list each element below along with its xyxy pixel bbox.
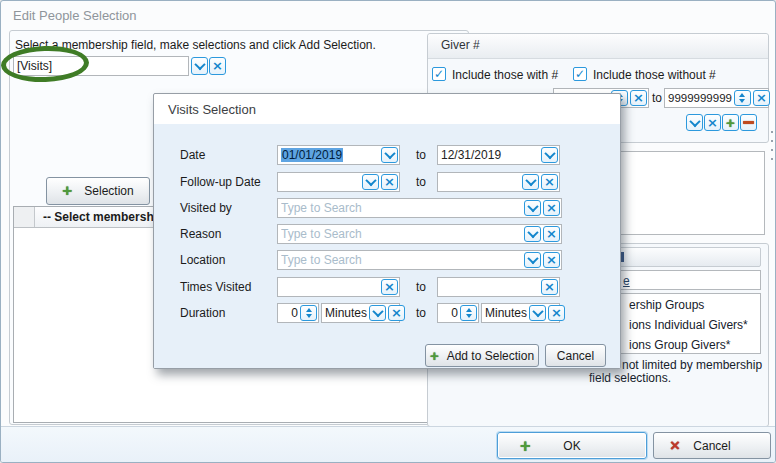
window-title: Edit People Selection — [13, 8, 137, 23]
splitter-handle[interactable] — [771, 131, 773, 160]
close-icon: × — [544, 282, 555, 292]
followup-to-field[interactable]: × — [437, 172, 560, 192]
giver-group-dropdown-button[interactable] — [686, 114, 703, 131]
duration-from-unit-dropdown[interactable] — [369, 305, 386, 321]
chevron-down-icon — [544, 148, 555, 159]
duration-to-unit-dropdown[interactable] — [529, 305, 546, 321]
duration-to-unit-field[interactable]: Minutes × — [481, 303, 560, 323]
close-icon: × — [546, 229, 557, 239]
location-label: Location — [180, 253, 225, 267]
giver-max-spinner[interactable] — [734, 90, 751, 106]
duration-to-unit-clear[interactable]: × — [548, 305, 565, 321]
times-to-field[interactable]: × — [437, 277, 560, 297]
times-from-clear[interactable]: × — [381, 279, 398, 295]
duration-to-spinner[interactable] — [460, 305, 477, 321]
reason-dropdown[interactable] — [524, 226, 541, 242]
location-clear[interactable]: × — [543, 252, 560, 268]
giver-group-clear-button[interactable]: × — [704, 114, 721, 131]
giver-group-add-button[interactable]: + — [722, 114, 739, 131]
giver-range-to-label: to — [652, 91, 662, 105]
date-to-input[interactable] — [441, 146, 539, 164]
spin-down-icon — [466, 314, 472, 318]
to-label: to — [416, 148, 426, 162]
location-field[interactable]: × — [277, 250, 562, 270]
include-without-checkbox[interactable]: ✓ — [573, 67, 587, 81]
duration-from-number[interactable]: 0 — [277, 303, 319, 323]
giver-max-clear-button[interactable]: × — [753, 90, 770, 106]
plus-icon: + — [520, 440, 531, 452]
check-icon: ✓ — [434, 68, 444, 80]
giver-group-remove-button[interactable] — [740, 114, 757, 131]
membership-field-dropdown-button[interactable] — [191, 57, 208, 75]
visited-by-input[interactable] — [281, 199, 522, 217]
visited-by-clear[interactable]: × — [543, 200, 560, 216]
option-item-1[interactable]: ership Groups — [629, 298, 704, 312]
chevron-down-icon — [525, 175, 536, 186]
close-icon: × — [384, 282, 395, 292]
date-to-field[interactable] — [437, 145, 560, 165]
spin-up-icon — [466, 308, 472, 312]
visits-selection-dialog: Visits Selection Date 01/01/2019 to Foll… — [153, 93, 621, 369]
add-selection-button[interactable]: + Selection — [46, 177, 150, 205]
minus-icon — [743, 121, 754, 124]
add-to-selection-button[interactable]: + Add to Selection — [425, 344, 539, 367]
cancel-x-icon: × — [670, 439, 680, 453]
followup-from-dropdown[interactable] — [362, 174, 379, 190]
close-icon: × — [546, 255, 557, 265]
followup-from-clear[interactable]: × — [381, 174, 398, 190]
times-to-input[interactable] — [441, 278, 539, 296]
date-from-dropdown[interactable] — [381, 147, 398, 163]
footer-cancel-button[interactable]: × Cancel — [653, 432, 771, 459]
followup-from-field[interactable]: × — [277, 172, 400, 192]
followup-to-dropdown[interactable] — [522, 174, 539, 190]
chevron-down-icon — [527, 253, 538, 264]
option-item-2[interactable]: ions Individual Givers* — [629, 318, 748, 332]
chevron-down-icon — [384, 148, 395, 159]
times-to-clear[interactable]: × — [541, 279, 558, 295]
location-dropdown[interactable] — [524, 252, 541, 268]
check-icon: ✓ — [575, 68, 585, 80]
followup-to-input[interactable] — [441, 173, 520, 191]
membership-field-clear-button[interactable]: × — [209, 57, 226, 75]
reason-field[interactable]: × — [277, 224, 562, 244]
times-from-input[interactable] — [281, 278, 379, 296]
duration-to-number[interactable]: 0 — [437, 303, 479, 323]
followup-from-input[interactable] — [281, 173, 360, 191]
duration-from-unit-field[interactable]: Minutes × — [321, 303, 400, 323]
close-icon: × — [212, 61, 223, 71]
duration-from-unit-clear[interactable]: × — [388, 305, 405, 321]
visited-by-field[interactable]: × — [277, 198, 562, 218]
duration-from-spinner[interactable] — [300, 305, 317, 321]
close-icon: × — [546, 203, 557, 213]
option-item-3[interactable]: ions Group Givers* — [629, 338, 730, 352]
giver-number-max-field[interactable]: 9999999999 × — [664, 88, 769, 108]
duration-to-value: 0 — [451, 306, 458, 320]
plus-icon: + — [62, 185, 72, 197]
date-label: Date — [180, 148, 205, 162]
giver-min-clear-button[interactable]: × — [630, 90, 647, 106]
followup-to-clear[interactable]: × — [541, 174, 558, 190]
chevron-down-icon — [532, 306, 543, 317]
times-visited-label: Times Visited — [180, 280, 251, 294]
location-input[interactable] — [281, 251, 522, 269]
footnote-line-2: field selections. — [589, 371, 671, 385]
edit-people-selection-window: Edit People Selection Select a membershi… — [0, 0, 776, 463]
reason-clear[interactable]: × — [543, 226, 560, 242]
to-label: to — [416, 306, 426, 320]
footer-cancel-label: Cancel — [693, 439, 730, 453]
spin-up-icon — [306, 308, 312, 312]
dialog-cancel-button[interactable]: Cancel — [545, 344, 606, 367]
reason-input[interactable] — [281, 225, 522, 243]
visited-by-dropdown[interactable] — [524, 200, 541, 216]
chevron-down-icon — [372, 306, 383, 317]
date-to-dropdown[interactable] — [541, 147, 558, 163]
ok-button[interactable]: + OK — [497, 432, 647, 459]
include-with-checkbox[interactable]: ✓ — [432, 67, 446, 81]
times-from-field[interactable]: × — [277, 277, 400, 297]
giver-panel-header: Giver # — [428, 34, 768, 59]
add-to-selection-label: Add to Selection — [447, 349, 534, 363]
date-from-value: 01/01/2019 — [281, 148, 343, 162]
duration-from-unit: Minutes — [325, 306, 367, 320]
duration-from-value: 0 — [291, 306, 298, 320]
date-from-field[interactable]: 01/01/2019 — [277, 145, 400, 165]
